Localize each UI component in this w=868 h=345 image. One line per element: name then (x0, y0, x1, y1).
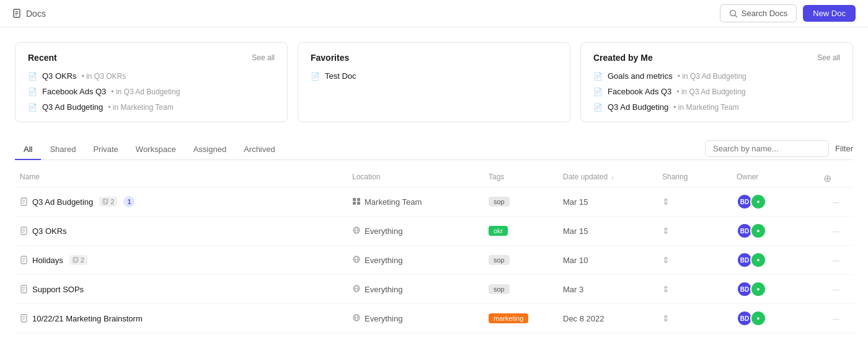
row-doc-name[interactable]: Q3 OKRs (32, 226, 67, 236)
search-by-name-input[interactable] (705, 140, 829, 157)
doc-name: Facebook Ads Q3 (608, 87, 671, 96)
location-icon (352, 284, 361, 295)
avatar: ● (750, 252, 766, 268)
cards-row: Recent See all 📄 Q3 OKRs • in Q3 OKRs 📄 … (15, 42, 853, 122)
recent-see-all[interactable]: See all (252, 53, 275, 62)
doc-location: • in Marketing Team (673, 103, 738, 112)
row-owner-cell: BD ● (737, 194, 823, 210)
search-docs-button[interactable]: Search Docs (720, 4, 797, 22)
header-left: Docs (12, 9, 46, 19)
location-icon (352, 226, 361, 236)
list-item[interactable]: 📄 Facebook Ads Q3 • in Q3 Ad Budgeting (28, 87, 275, 96)
row-location-cell: Everything (352, 226, 489, 236)
tag-badge: sop (489, 197, 510, 207)
row-name-cell: Holidays 2 (20, 255, 352, 265)
svg-line-5 (735, 15, 737, 17)
doc-icon: 📄 (311, 72, 320, 81)
tab-all[interactable]: All (15, 140, 41, 160)
share-icon: ⇕ (662, 284, 670, 294)
row-location-name: Everything (365, 256, 402, 265)
row-owner-cell: BD ● (737, 310, 823, 326)
location-icon (352, 197, 361, 207)
table-header: Name Location Tags Date updated ↓ Sharin… (15, 170, 853, 187)
doc-location: • in Marketing Team (108, 103, 173, 112)
svg-rect-14 (353, 202, 356, 205)
tab-workspace[interactable]: Workspace (127, 140, 185, 160)
row-date-cell: Mar 15 (563, 226, 662, 236)
list-item[interactable]: 📄 Q3 Ad Budgeting • in Marketing Team (593, 102, 840, 112)
row-actions-cell[interactable]: ··· (823, 226, 848, 236)
list-item[interactable]: 📄 Facebook Ads Q3 • in Q3 Ad Budgeting (593, 87, 840, 96)
created-by-me-header: Created by Me See all (593, 53, 840, 63)
location-icon (352, 313, 361, 324)
table-row: Support SOPs Everything sop Mar 3 ⇕ BD ● (15, 275, 853, 304)
mention-badge: 1 (123, 196, 135, 207)
row-doc-name[interactable]: Q3 Ad Budgeting (32, 197, 93, 207)
doc-icon: 📄 (28, 103, 37, 112)
list-item[interactable]: 📄 Q3 Ad Budgeting • in Marketing Team (28, 102, 275, 112)
row-doc-name[interactable]: 10/22/21 Marketing Brainstorm (32, 314, 143, 323)
doc-icon: 📄 (593, 87, 603, 96)
row-date-cell: Dec 8 2022 (563, 314, 662, 323)
favorites-card: Favorites 📄 Test Doc (298, 42, 570, 122)
doc-name: Goals and metrics (608, 71, 673, 81)
recent-title: Recent (28, 53, 57, 63)
tab-assigned[interactable]: Assigned (185, 140, 235, 160)
table-row: Q3 Ad Budgeting 2 1 Marketing Team sop M… (15, 187, 853, 217)
pages-badge: 2 (99, 197, 117, 207)
tabs-row: All Shared Private Workspace Assigned Ar… (15, 140, 853, 160)
share-icon: ⇕ (662, 313, 670, 323)
row-sharing-cell: ⇕ (662, 255, 737, 265)
row-owner-cell: BD ● (737, 252, 823, 268)
recent-card: Recent See all 📄 Q3 OKRs • in Q3 OKRs 📄 … (15, 42, 288, 122)
search-icon (729, 9, 738, 18)
col-header-sharing: Sharing (662, 172, 737, 184)
doc-icon: 📄 (593, 72, 603, 81)
row-doc-name[interactable]: Support SOPs (32, 285, 84, 294)
new-doc-button[interactable]: New Doc (803, 5, 856, 22)
col-header-location: Location (352, 172, 489, 184)
tag-badge: okr (489, 226, 508, 236)
created-by-me-card: Created by Me See all 📄 Goals and metric… (580, 42, 853, 122)
doc-location: • in Q3 OKRs (82, 72, 126, 81)
header-right: Search Docs New Doc (720, 4, 856, 22)
row-name-cell: Q3 Ad Budgeting 2 1 (20, 196, 352, 207)
list-item[interactable]: 📄 Test Doc (311, 71, 557, 81)
tab-private[interactable]: Private (84, 140, 126, 160)
tabs-search-area: Filter (705, 140, 853, 159)
doc-icon: 📄 (28, 87, 37, 96)
row-actions-cell[interactable]: ··· (823, 197, 848, 207)
pages-icon (102, 199, 108, 205)
list-item[interactable]: 📄 Q3 OKRs • in Q3 OKRs (28, 71, 275, 81)
tag-badge: sop (489, 284, 510, 294)
row-actions-cell[interactable]: ··· (823, 285, 848, 294)
tab-shared[interactable]: Shared (41, 140, 84, 160)
avatar-group: BD ● (737, 252, 766, 268)
doc-row-icon (20, 197, 29, 206)
doc-name: Q3 OKRs (42, 71, 77, 81)
row-owner-cell: BD ● (737, 223, 823, 239)
doc-name: Facebook Ads Q3 (42, 87, 106, 96)
recent-card-header: Recent See all (28, 53, 275, 63)
table-row: Q3 OKRs Everything okr Mar 15 ⇕ BD ● (15, 217, 853, 246)
tag-badge: marketing (489, 313, 528, 323)
add-col-icon[interactable]: ⊕ (823, 172, 848, 184)
avatar: ● (750, 310, 766, 326)
avatar: ● (750, 194, 766, 210)
row-sharing-cell: ⇕ (662, 284, 737, 294)
row-location-cell: Marketing Team (352, 197, 489, 207)
tab-archived[interactable]: Archived (235, 140, 284, 160)
svg-rect-13 (357, 198, 360, 201)
row-actions-cell[interactable]: ··· (823, 256, 848, 265)
share-icon: ⇕ (662, 255, 670, 265)
row-tags-cell: okr (489, 226, 563, 236)
main-content: Recent See all 📄 Q3 OKRs • in Q3 OKRs 📄 … (0, 27, 868, 333)
row-tags-cell: sop (489, 255, 563, 265)
created-see-all[interactable]: See all (817, 53, 840, 62)
pages-icon (73, 257, 79, 263)
filter-button[interactable]: Filter (835, 144, 853, 153)
row-doc-name[interactable]: Holidays (32, 256, 63, 265)
list-item[interactable]: 📄 Goals and metrics • in Q3 Ad Budgeting (593, 71, 840, 81)
share-icon: ⇕ (662, 226, 670, 236)
row-actions-cell[interactable]: ··· (823, 314, 848, 323)
